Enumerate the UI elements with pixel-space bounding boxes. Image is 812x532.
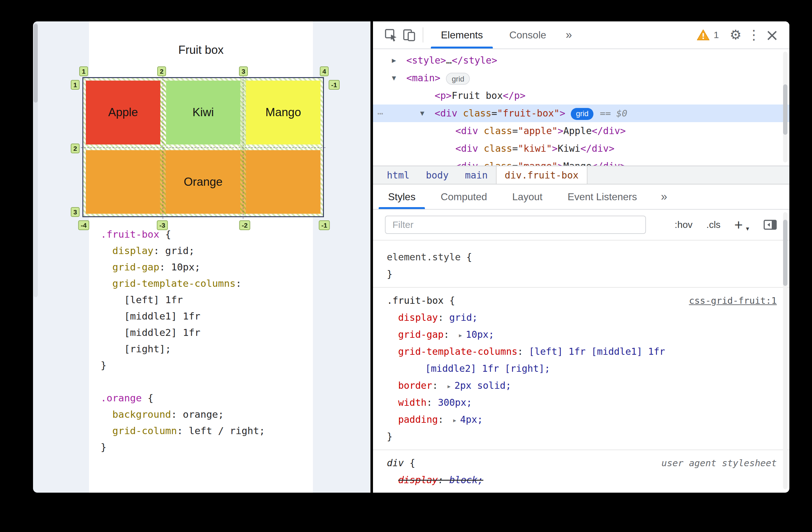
breadcrumb-html[interactable]: html xyxy=(379,166,418,184)
dom-tree-row[interactable]: ▶<style>…</style> xyxy=(373,52,789,69)
styles-filter-input[interactable] xyxy=(385,215,646,234)
breadcrumb-main[interactable]: main xyxy=(457,166,496,184)
dom-scrollbar-thumb[interactable] xyxy=(783,84,787,135)
element-breadcrumbs: htmlbodymaindiv.fruit-box xyxy=(373,166,789,184)
grid-badge[interactable]: grid xyxy=(446,73,470,85)
screenshot-canvas: Fruit box AppleKiwiMangoOrange1234-4-3-2… xyxy=(0,0,812,532)
expand-value-icon[interactable]: ▸ xyxy=(458,331,463,340)
expand-value-icon[interactable]: ▸ xyxy=(447,382,451,391)
code-token: class xyxy=(478,143,512,154)
code-token: <style> xyxy=(406,55,446,66)
new-style-rule-caret-icon[interactable]: ▾ xyxy=(746,225,749,232)
style-property-row[interactable]: border: ▸2px solid; xyxy=(373,377,789,394)
code-token: : xyxy=(438,474,449,486)
dom-tree: ▶<style>…</style>▼<main>grid<p>Fruit box… xyxy=(373,49,789,166)
breadcrumb-div-fruit-box[interactable]: div.fruit-box xyxy=(496,166,588,184)
code-token: : xyxy=(432,380,444,391)
code-token: { xyxy=(404,458,415,468)
code-token xyxy=(101,409,112,420)
stylesheet-source-link[interactable]: css-grid-fruit:1 xyxy=(689,292,777,309)
element-classes-button[interactable]: .cls xyxy=(706,220,721,230)
tab-computed[interactable]: Computed xyxy=(428,184,500,209)
issue-count: 1 xyxy=(713,30,719,40)
css-code-line: [right]; xyxy=(101,340,265,357)
code-token: [middle1] 1fr xyxy=(101,310,200,322)
code-token: grid-gap xyxy=(112,261,159,272)
style-property-row[interactable]: padding: ▸4px; xyxy=(373,411,789,428)
settings-button[interactable]: ⚙ xyxy=(726,26,745,44)
expand-arrow-icon[interactable]: ▶ xyxy=(392,52,396,69)
code-token: Kiwi xyxy=(557,143,580,154)
dom-tree-row[interactable]: <div class="apple">Apple</div> xyxy=(373,122,789,140)
dom-tree-row[interactable]: ⋯▼<div class="fruit-box">grid== $0 xyxy=(373,104,789,122)
close-devtools-button[interactable]: × xyxy=(763,26,781,44)
grid-line-number: 3 xyxy=(71,207,79,217)
property-name: grid-template-columns xyxy=(398,346,517,357)
code-token: } xyxy=(101,360,106,371)
rule-separator xyxy=(373,287,789,288)
code-token xyxy=(101,245,112,256)
tab-layout[interactable]: Layout xyxy=(500,184,555,209)
expand-arrow-icon[interactable]: ▼ xyxy=(420,104,424,122)
property-name: padding xyxy=(398,414,438,425)
code-token: .fruit-box xyxy=(101,228,159,240)
property-value: grid; xyxy=(449,312,478,323)
code-token xyxy=(101,261,112,272)
grid-badge[interactable]: grid xyxy=(571,108,593,120)
code-token: grid-template-columns xyxy=(112,278,235,289)
tab-styles[interactable]: Styles xyxy=(376,184,428,209)
grid-line-number: 2 xyxy=(71,143,79,153)
property-value: [middle2] 1fr [right]; xyxy=(425,363,550,374)
breadcrumb-body[interactable]: body xyxy=(418,166,456,184)
styles-scrollbar-thumb[interactable] xyxy=(783,220,787,286)
tab-event-listeners[interactable]: Event Listeners xyxy=(555,184,650,209)
code-token: <p> xyxy=(435,90,452,101)
grid-line-number: -4 xyxy=(78,220,89,230)
devtools-tabs: ElementsConsole xyxy=(428,22,560,48)
more-sidebar-tabs-button[interactable]: » xyxy=(661,184,667,209)
style-property-row[interactable]: display: block; xyxy=(373,472,789,489)
code-token: .orange xyxy=(101,392,142,404)
device-toolbar-icon xyxy=(402,28,416,42)
issues-button[interactable]: 1 xyxy=(697,29,719,41)
menu-button[interactable]: ⋮ xyxy=(745,26,763,44)
expand-value-icon[interactable]: ▸ xyxy=(452,416,457,425)
dom-tree-row[interactable]: <p>Fruit box</p> xyxy=(373,87,789,104)
page-scrollbar-thumb[interactable] xyxy=(34,24,38,103)
code-token: </div> xyxy=(580,143,614,154)
tab-console[interactable]: Console xyxy=(496,22,559,48)
css-code-line: } xyxy=(101,439,265,455)
code-token: "apple" xyxy=(518,125,557,136)
code-token: grid-column xyxy=(112,425,177,436)
browser-page: Fruit box AppleKiwiMangoOrange1234-4-3-2… xyxy=(33,22,371,493)
dom-tree-row[interactable]: ▼<main>grid xyxy=(373,69,789,87)
more-tabs-button[interactable]: » xyxy=(566,28,572,42)
style-rule-close: } xyxy=(373,489,789,493)
css-code-line: .orange { xyxy=(101,390,265,406)
code-token: : xyxy=(444,329,455,340)
device-toolbar-button[interactable] xyxy=(400,26,418,44)
style-property-row[interactable]: grid-gap: ▸10px; xyxy=(373,326,789,343)
inspect-icon xyxy=(384,28,398,42)
new-style-rule-button[interactable]: + xyxy=(734,218,743,232)
toggle-sidebar-icon[interactable] xyxy=(763,218,778,232)
style-property-wrap: [middle2] 1fr [right]; xyxy=(373,360,789,377)
page-scrollbar[interactable] xyxy=(34,23,38,297)
expand-arrow-icon[interactable]: ▼ xyxy=(392,69,396,87)
inspect-element-button[interactable] xyxy=(382,26,400,44)
dom-tree-row[interactable]: <div class="kiwi">Kiwi</div> xyxy=(373,140,789,157)
style-property-row[interactable]: width: 300px; xyxy=(373,394,789,411)
styles-scrollbar[interactable] xyxy=(783,212,787,489)
style-property-row[interactable]: display: grid; xyxy=(373,309,789,326)
code-token: [middle2] 1fr xyxy=(101,327,200,338)
code-token: Mango xyxy=(563,160,592,166)
toggle-element-state-button[interactable]: :hov xyxy=(675,220,693,230)
property-value: [left] 1fr [middle1] 1fr xyxy=(528,346,665,357)
dom-tree-row[interactable]: <div class="mango">Mango</div> xyxy=(373,157,789,166)
dom-scrollbar[interactable] xyxy=(783,52,787,163)
code-token: : xyxy=(235,278,242,289)
tab-elements[interactable]: Elements xyxy=(428,22,496,48)
code-token: : orange; xyxy=(171,409,224,420)
style-property-row[interactable]: grid-template-columns: [left] 1fr [middl… xyxy=(373,343,789,360)
overflow-menu-icon[interactable]: ⋯ xyxy=(377,104,383,122)
